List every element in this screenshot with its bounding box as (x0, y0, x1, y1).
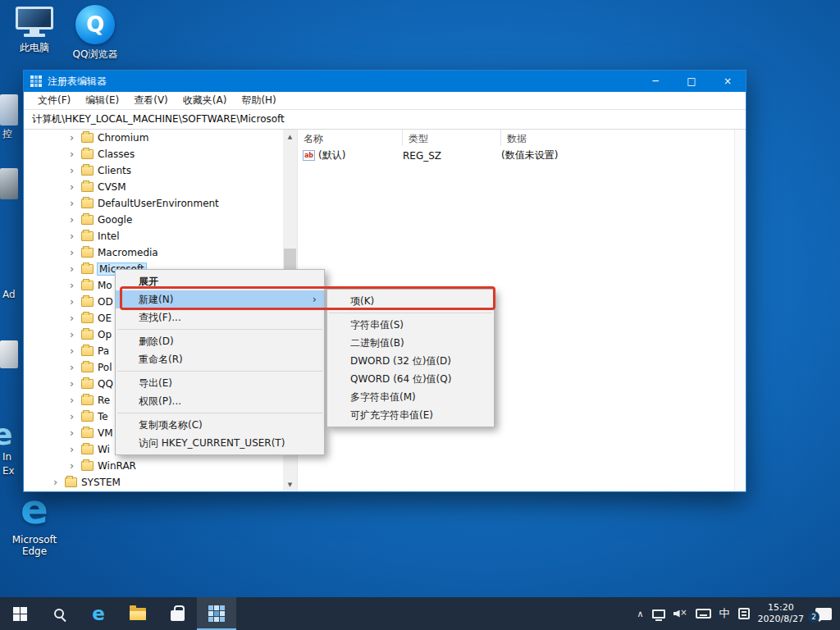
chevron-right-icon[interactable]: › (70, 130, 80, 146)
value-row-default[interactable]: ab (默认) REG_SZ (数值未设置) (298, 148, 734, 163)
menu-view[interactable]: 查看(V) (126, 94, 176, 107)
start-button[interactable] (0, 597, 39, 630)
tree-item-Classes[interactable]: ›Classes (24, 146, 283, 162)
chevron-right-icon[interactable]: › (70, 277, 80, 294)
address-text: 计算机\HKEY_LOCAL_MACHINE\SOFTWARE\Microsof… (32, 112, 285, 126)
column-header-type[interactable]: 类型 (403, 130, 501, 146)
menu-item-qword-value[interactable]: QWORD (64 位)值(Q) (327, 370, 494, 388)
edge-icon: e (21, 489, 48, 530)
chevron-right-icon[interactable]: › (70, 146, 80, 162)
chevron-right-icon[interactable]: › (70, 179, 80, 195)
menu-item-label: 字符串值(S) (350, 316, 476, 334)
menu-item-new[interactable]: 新建(N)› (116, 290, 324, 308)
chevron-right-icon[interactable]: › (70, 359, 80, 376)
list-scrollbar[interactable] (734, 130, 746, 491)
chevron-right-icon[interactable]: › (70, 458, 80, 474)
chevron-right-icon[interactable]: › (70, 212, 80, 228)
notification-center-button[interactable]: 2 (815, 608, 832, 620)
chevron-right-icon[interactable]: › (70, 326, 80, 343)
taskbar-explorer-button[interactable] (118, 597, 158, 630)
chevron-right-icon[interactable]: › (70, 228, 80, 244)
tree-item-CVSM[interactable]: ›CVSM (24, 179, 283, 195)
chevron-right-icon[interactable]: › (70, 441, 80, 458)
chevron-right-icon[interactable]: › (70, 261, 80, 277)
chevron-right-icon[interactable]: › (70, 392, 80, 409)
menu-item-multi-string-value[interactable]: 多字符串值(M) (327, 388, 494, 406)
desktop-icon-edge[interactable]: e Microsoft Edge (8, 489, 61, 557)
tree-item-SYSTEM[interactable]: ›SYSTEM (24, 474, 283, 491)
tree-item-Google[interactable]: ›Google (24, 212, 283, 228)
address-bar[interactable]: 计算机\HKEY_LOCAL_MACHINE\SOFTWARE\Microsof… (24, 110, 746, 130)
tree-item-label: Classes (98, 148, 135, 160)
tree-item-WinRAR[interactable]: ›WinRAR (24, 458, 283, 474)
chevron-right-icon[interactable]: › (70, 244, 80, 261)
tray-volume-muted-icon[interactable]: × (673, 609, 687, 619)
scroll-up-icon[interactable]: ▲ (283, 130, 297, 144)
tray-clock[interactable]: 15:20 2020/8/27 (758, 602, 804, 625)
maximize-button[interactable]: □ (673, 71, 710, 92)
taskbar-search-button[interactable] (39, 597, 79, 630)
menu-favorites[interactable]: 收藏夹(A) (176, 94, 235, 107)
chevron-right-icon[interactable]: › (70, 376, 80, 392)
menu-item-binary-value[interactable]: 二进制值(B) (327, 334, 494, 352)
tree-item-Clients[interactable]: ›Clients (24, 162, 283, 179)
scroll-down-icon[interactable]: ▼ (283, 477, 297, 491)
tree-item-Chromium[interactable]: ›Chromium (24, 130, 283, 146)
folder-icon (81, 182, 94, 192)
menu-item-dword-value[interactable]: DWORD (32 位)值(D) (327, 352, 494, 370)
column-header-name[interactable]: 名称 (298, 130, 403, 146)
internet-explorer-icon: e (0, 418, 12, 451)
tree-item-label: Clients (98, 165, 131, 176)
tray-network-icon[interactable] (652, 609, 665, 619)
tree-item-DefaultUserEnvironment[interactable]: ›DefaultUserEnvironment (24, 195, 283, 212)
window-title: 注册表编辑器 (48, 75, 107, 89)
chevron-right-icon[interactable]: › (70, 343, 80, 359)
taskbar-regedit-button[interactable] (197, 597, 236, 630)
folder-icon (81, 428, 94, 438)
chevron-right-icon[interactable]: › (70, 195, 80, 212)
chevron-right-icon[interactable]: › (70, 294, 80, 310)
tray-ime-keyboard-icon[interactable] (738, 608, 750, 619)
menu-item-rename[interactable]: 重命名(R) (116, 350, 324, 368)
menu-item-find[interactable]: 查找(F)... (116, 308, 324, 326)
column-header-data[interactable]: 数据 (501, 130, 734, 146)
taskbar: e ∧ × 中 15:20 2020/8/27 2 (0, 597, 840, 630)
minimize-button[interactable]: ─ (637, 71, 673, 92)
tray-ime-language-indicator[interactable]: 中 (719, 606, 730, 621)
menu-item-permissions[interactable]: 权限(P)... (116, 392, 324, 410)
taskbar-edge-button[interactable]: e (79, 597, 118, 630)
tree-item-Intel[interactable]: ›Intel (24, 228, 283, 244)
menu-file[interactable]: 文件(F) (30, 94, 78, 107)
menu-help[interactable]: 帮助(H) (234, 94, 283, 107)
chevron-right-icon[interactable]: › (70, 162, 80, 179)
menu-item-key[interactable]: 项(K) (327, 292, 494, 310)
desktop-icon-qq-browser[interactable]: Q QQ浏览器 (69, 5, 121, 60)
menu-item-export[interactable]: 导出(E) (116, 374, 324, 392)
menu-item-label: 可扩充字符串值(E) (350, 406, 476, 424)
menu-item-access-hkcu[interactable]: 访问 HKEY_CURRENT_USER(T) (116, 434, 324, 452)
desktop-icon-this-pc[interactable]: 此电脑 (8, 7, 61, 53)
menu-item-expandable-string-value[interactable]: 可扩充字符串值(E) (327, 406, 494, 424)
menu-item-expand[interactable]: 展开 (116, 272, 324, 290)
desktop-icon-ie-partial[interactable]: e (0, 418, 25, 453)
chevron-right-icon[interactable]: › (70, 409, 80, 425)
menu-item-label: 复制项名称(C) (139, 416, 306, 434)
menu-item-delete[interactable]: 删除(D) (116, 332, 324, 350)
window-titlebar[interactable]: 注册表编辑器 ─ □ × (24, 71, 746, 92)
tree-item-label: OE (98, 313, 112, 324)
chevron-right-icon[interactable]: › (70, 310, 80, 326)
chevron-right-icon[interactable]: › (70, 425, 80, 441)
menu-item-string-value[interactable]: 字符串值(S) (327, 316, 494, 334)
tray-touch-keyboard-icon[interactable] (696, 609, 711, 619)
desktop-icon-partial[interactable] (0, 168, 18, 199)
chevron-right-icon[interactable]: › (53, 474, 63, 491)
taskbar-store-button[interactable] (158, 597, 197, 630)
tree-item-Macromedia[interactable]: ›Macromedia (24, 244, 283, 261)
desktop-icon-partial[interactable] (0, 94, 18, 126)
desktop-icon-partial[interactable] (0, 340, 18, 368)
close-button[interactable]: × (710, 71, 746, 92)
tray-show-hidden-icons[interactable]: ∧ (637, 609, 644, 619)
menu-item-copy-key-name[interactable]: 复制项名称(C) (116, 416, 324, 434)
menu-edit[interactable]: 编辑(E) (78, 94, 126, 107)
tree-item-label: Chromium (98, 132, 148, 144)
